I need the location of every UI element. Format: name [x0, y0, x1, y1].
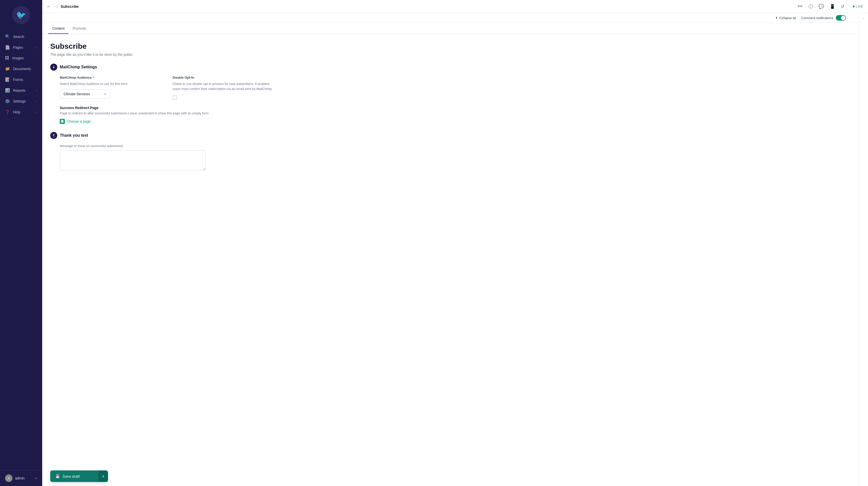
live-badge[interactable]: LIVE [853, 4, 863, 8]
avatar: A [5, 475, 12, 482]
more-options-button[interactable]: ••• [796, 3, 804, 10]
content-area: ⬆ Collapse all Comment notifications Con… [42, 13, 868, 486]
sidebar-item-search[interactable]: 🔍 Search [0, 31, 42, 42]
mailchimp-section: MailChimp Settings MailChimp Audience * … [50, 64, 275, 124]
collapse-icon: ⬆ [775, 16, 778, 20]
tab-content[interactable]: Content [48, 23, 68, 34]
double-optin-form-group: Double Opt-In Check to use double opt-in… [173, 75, 275, 100]
save-draft-expand-button[interactable]: ∧ [98, 470, 108, 482]
forward-icon[interactable]: →| [53, 4, 58, 9]
page-content: Subscribe The page title as you'd like i… [42, 34, 283, 205]
sidebar-item-label: Images [12, 56, 37, 60]
save-icon: 💾 [55, 474, 60, 479]
sidebar-item-images[interactable]: 🖼 Images [0, 53, 42, 63]
history-icon[interactable]: ↺ [840, 3, 845, 10]
main-area: ⇐ →| Subscribe ••• ⓘ 💬 📱 ↺ LIVE ⬆ Collap… [42, 0, 868, 486]
collapse-bar: ⬆ Collapse all Comment notifications [42, 13, 859, 23]
logo-circle: 🐦 [12, 6, 30, 24]
comment-notifications-row: Comment notifications [801, 15, 846, 21]
logo-bird-icon: 🐦 [16, 11, 26, 19]
page-tabs: Content Promote [42, 23, 859, 34]
thankyou-description: Message to show on successful submission [60, 144, 275, 148]
chevron-right-icon: › [36, 46, 37, 49]
thankyou-section: ¶ Thank you text Message to show on succ… [50, 132, 275, 172]
choose-page-button[interactable]: 📄 Choose a page [60, 119, 275, 124]
sidebar-footer[interactable]: A admin ∧ [0, 470, 42, 486]
admin-label: admin [15, 476, 32, 480]
live-label: LIVE [856, 4, 863, 8]
save-draft-label: Save draft [63, 474, 80, 479]
chevron-right-icon: › [36, 89, 37, 92]
live-indicator [853, 5, 855, 7]
audience-form-group: MailChimp Audience * Select MailChimp Au… [60, 75, 162, 100]
images-icon: 🖼 [5, 56, 9, 60]
save-draft-button[interactable]: 💾 Save draft [50, 470, 98, 482]
sidebar-item-label: Search [13, 35, 37, 39]
toolbar-nav-icons: ⇐ →| [47, 4, 58, 9]
thankyou-textarea[interactable] [60, 150, 206, 171]
double-optin-checkbox[interactable] [173, 95, 177, 100]
toolbar-right: ⓘ 💬 📱 ↺ LIVE [807, 2, 863, 10]
sidebar-item-settings[interactable]: ⚙️ Settings › [0, 96, 42, 107]
right-panel: › [859, 13, 868, 486]
chevron-up-icon: ∧ [35, 477, 37, 480]
double-optin-label: Double Opt-In [173, 75, 275, 80]
thankyou-section-icon: ¶ [50, 132, 57, 139]
sidebar: 🐦 🔍 Search 📄 Pages › 🖼 Images 📁 Document… [0, 0, 42, 486]
audience-description: Select MailChimp Audience to use for thi… [60, 82, 162, 86]
double-optin-description: Check to use double opt-in process for n… [173, 82, 275, 91]
chevron-right-icon: › [36, 111, 37, 114]
sidebar-item-pages[interactable]: 📄 Pages › [0, 42, 42, 53]
sidebar-item-label: Help [13, 110, 33, 114]
audience-select[interactable]: Climate Services ∨ [60, 89, 110, 98]
mailchimp-form-grid: MailChimp Audience * Select MailChimp Au… [60, 75, 275, 100]
tab-promote[interactable]: Promote [68, 23, 90, 34]
sidebar-item-label: Forms [13, 78, 37, 82]
redirect-label: Success Redirect Page [60, 106, 275, 110]
svg-point-0 [54, 66, 54, 66]
sidebar-item-help[interactable]: ❓ Help › [0, 107, 42, 117]
page-icon: 📄 [60, 119, 65, 124]
thankyou-section-title: Thank you text [60, 133, 88, 138]
collapse-all-button[interactable]: ⬆ Collapse all [775, 16, 796, 20]
comment-notifications-label: Comment notifications [801, 16, 833, 20]
double-optin-checkbox-wrapper [173, 95, 275, 100]
sidebar-item-label: Pages [13, 45, 33, 50]
search-icon: 🔍 [5, 34, 10, 39]
comment-notifications-toggle[interactable] [836, 15, 846, 21]
audience-label: MailChimp Audience * [60, 75, 162, 80]
redirect-section: Success Redirect Page Page to redirect t… [60, 106, 275, 124]
toolbar: ⇐ →| Subscribe ••• ⓘ 💬 📱 ↺ LIVE [42, 0, 868, 13]
sidebar-item-label: Settings [13, 99, 33, 103]
sidebar-item-label: Documents [13, 67, 37, 71]
redirect-description: Page to redirect to after successful sub… [60, 111, 275, 116]
section-header-mailchimp: MailChimp Settings [50, 64, 275, 71]
chevron-up-icon: ∧ [102, 474, 104, 478]
panel-toggle-icon[interactable]: › [863, 16, 864, 20]
pages-icon: 📄 [5, 45, 10, 50]
reports-icon: 📊 [5, 88, 10, 93]
back-icon[interactable]: ⇐ [47, 4, 51, 9]
page-editor: ⬆ Collapse all Comment notifications Con… [42, 13, 859, 486]
help-icon: ❓ [5, 110, 10, 114]
sidebar-item-label: Reports [13, 88, 33, 92]
mailchimp-section-title: MailChimp Settings [60, 65, 97, 69]
sidebar-item-reports[interactable]: 📊 Reports › [0, 85, 42, 96]
info-icon[interactable]: ⓘ [807, 2, 814, 10]
page-display-subtitle: The page title as you'd like it to be se… [50, 53, 275, 57]
mailchimp-section-icon [50, 64, 57, 71]
documents-icon: 📁 [5, 66, 10, 71]
choose-page-label: Choose a page [67, 119, 91, 123]
toolbar-divider [849, 4, 849, 9]
toggle-knob [841, 16, 845, 20]
forms-icon: 📝 [5, 77, 10, 82]
sidebar-item-documents[interactable]: 📁 Documents [0, 63, 42, 74]
section-header-thankyou: ¶ Thank you text [50, 132, 275, 139]
thankyou-form: Message to show on successful submission [60, 144, 275, 172]
device-preview-icon[interactable]: 📱 [829, 3, 836, 10]
sidebar-item-forms[interactable]: 📝 Forms [0, 74, 42, 85]
sidebar-nav: 🔍 Search 📄 Pages › 🖼 Images 📁 Documents … [0, 29, 42, 470]
save-draft-wrapper: 💾 Save draft ∧ [50, 470, 108, 482]
page-display-title: Subscribe [50, 42, 275, 51]
comment-icon[interactable]: 💬 [817, 3, 825, 10]
